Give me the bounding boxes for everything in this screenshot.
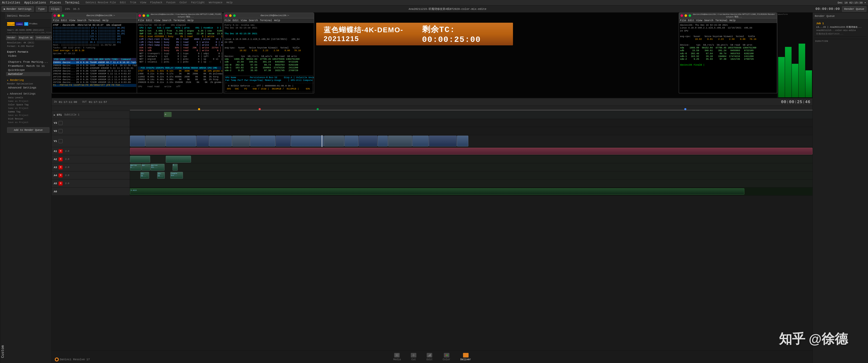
v1-clip-1[interactable] <box>130 136 145 146</box>
a2-mute-btn[interactable]: M <box>59 157 63 161</box>
menu-dr-search[interactable]: Search <box>704 19 713 22</box>
menu2-terminal[interactable]: Terminal <box>173 19 185 22</box>
app-menu-trim[interactable]: Trim <box>130 1 136 4</box>
render-settings-button[interactable]: ▶ Render Settings <box>1 6 34 12</box>
menu-dr-help[interactable]: Help <box>730 19 736 22</box>
a4-clip-3[interactable]: Couple Sco... <box>170 172 183 179</box>
terminal-nvidia-minimize[interactable] <box>229 14 231 17</box>
terminal-2-maximize[interactable] <box>147 14 149 17</box>
nav-chapters[interactable]: Chapters from Marking... <box>6 60 51 64</box>
v1-clip-9[interactable] <box>291 136 324 146</box>
app-menu-workspace[interactable]: Workspace <box>209 1 222 4</box>
terminal-2-minimize[interactable] <box>143 14 145 17</box>
v1-content[interactable] <box>130 135 812 147</box>
type-button[interactable]: Type <box>36 6 47 12</box>
clips-button[interactable]: Clips <box>49 6 62 12</box>
menu2-view[interactable]: View <box>154 19 160 22</box>
render-queue-button[interactable]: Render Queue <box>842 6 867 12</box>
v3-content[interactable] <box>130 119 812 127</box>
advanced-toggle[interactable]: ▸ Advanced Settings <box>6 92 51 96</box>
render-queue-content[interactable]: Job 1 L5...15 | Ana20211215-听魔绕修改... Ana… <box>813 20 868 363</box>
v1-clip-8[interactable] <box>276 136 291 146</box>
a4-clip-2[interactable]: 忌5-06... <box>157 172 165 179</box>
app-menu-view[interactable]: View <box>140 1 146 4</box>
terminal-1-maximize[interactable] <box>62 14 64 17</box>
timeline-ruler[interactable] <box>52 106 812 111</box>
a6-content[interactable]: n-min <box>130 188 812 195</box>
app-menu-playback[interactable]: Playback <box>150 1 162 4</box>
a2-clip-2[interactable] <box>166 156 191 163</box>
menu-view[interactable]: View <box>69 19 75 22</box>
video-export-item[interactable]: Video <box>6 54 51 58</box>
a2-content[interactable] <box>130 155 812 163</box>
menu-terminal[interactable]: Terminal <box>88 19 100 22</box>
menu-dr-terminal[interactable]: Terminal <box>715 19 727 22</box>
menu-nv-edit[interactable]: Edit <box>232 19 239 22</box>
nav-framerate[interactable]: FrameRate: Match to 11 <box>6 64 51 68</box>
tab-color[interactable]: Color <box>443 353 451 361</box>
tab-edit[interactable]: Edit <box>427 353 433 361</box>
v1-clip-10[interactable] <box>324 136 344 146</box>
v1-clip-17[interactable] <box>457 136 468 146</box>
menu-nv-file[interactable]: File <box>224 19 230 22</box>
v2-eye-toggle[interactable] <box>59 129 63 133</box>
render-advanced[interactable]: Advanced Settings <box>6 86 51 90</box>
subtitle-content[interactable]: 👁 <box>130 111 812 119</box>
app-menu-edit[interactable]: Edit <box>120 1 126 4</box>
activities-menu[interactable]: Activities <box>2 1 20 4</box>
menu-edit[interactable]: Edit <box>61 19 67 22</box>
app-menu-file[interactable]: DaVinci Resolve File <box>86 1 116 4</box>
terminal-dr-maximize[interactable] <box>689 14 691 17</box>
english-4k-btn[interactable]: English 4K <box>18 36 34 40</box>
a5-mute-btn[interactable]: M <box>59 182 63 186</box>
a6-long-clip[interactable]: n-min <box>130 188 744 195</box>
v1-clip-4[interactable] <box>196 136 209 146</box>
v1-clip-15[interactable] <box>412 136 429 146</box>
terminal-2-close[interactable] <box>138 14 141 17</box>
tab-media[interactable]: Media <box>393 353 401 361</box>
v3-eye-toggle[interactable] <box>59 121 63 125</box>
v2-content[interactable] <box>130 127 812 135</box>
tab-cut[interactable]: Cut <box>411 353 416 361</box>
menu-search[interactable]: Search <box>77 19 86 22</box>
terminal-menu[interactable]: Terminal <box>65 1 80 4</box>
v1-clip-6[interactable] <box>232 136 250 146</box>
v1-clip-12[interactable] <box>359 136 377 146</box>
places-menu[interactable]: Places <box>50 1 61 4</box>
menu-file[interactable]: File <box>53 19 59 22</box>
app-menu-fairlight[interactable]: Fairlight <box>191 1 205 4</box>
v1-clip-14[interactable] <box>388 136 412 146</box>
nav-quickscope[interactable]: QuickScope <box>6 68 51 72</box>
terminal-dr-close[interactable] <box>681 14 683 17</box>
a5-content[interactable] <box>130 179 812 187</box>
v1-clip-16[interactable] <box>429 136 457 146</box>
terminal-1-close[interactable] <box>54 14 56 17</box>
nav-autocolor[interactable]: AutoColor <box>6 72 51 76</box>
tab-deliver[interactable]: Deliver <box>461 353 471 361</box>
render-job-1[interactable]: Job 1 L5...15 | Ana20211215-听魔绕修改... Ana… <box>814 21 867 37</box>
menu-nv-search[interactable]: Search <box>249 19 258 22</box>
a2-clip-1[interactable] <box>130 156 150 163</box>
a1-content[interactable] <box>130 147 812 155</box>
app-menu-color[interactable]: Color <box>179 1 187 4</box>
terminal-dr-minimize[interactable] <box>685 14 687 17</box>
menu-nv-help[interactable]: Help <box>274 19 280 22</box>
a4-content[interactable]: 忌5-06... 忌5-06... Couple Sco... <box>130 171 812 179</box>
menu2-help[interactable]: Help <box>187 19 193 22</box>
menu-dr-view[interactable]: View <box>696 19 702 22</box>
v1-eye-toggle[interactable] <box>59 139 63 143</box>
menu2-file[interactable]: File <box>138 19 144 22</box>
a4-clip-1[interactable]: 忌5-06... <box>140 172 149 179</box>
render-btn-1[interactable]: Render <box>6 36 17 40</box>
a4-mute-btn[interactable]: M <box>59 173 63 177</box>
menu-dr-file[interactable]: File <box>680 19 686 22</box>
a1-clip-1[interactable] <box>130 148 812 155</box>
menu-nv-view[interactable]: View <box>241 19 247 22</box>
a3-clip-1[interactable]: Warren D... <box>130 164 141 171</box>
menu-help[interactable]: Help <box>102 19 108 22</box>
individual-clips-btn[interactable]: Individual Clips <box>35 36 52 40</box>
app-menu-fusion[interactable]: Fusion <box>166 1 175 4</box>
add-render-button[interactable]: Add to Render Queue <box>7 127 50 133</box>
v1-clip-13[interactable] <box>378 136 388 146</box>
a3-clip-2[interactable]: War... <box>142 164 150 171</box>
